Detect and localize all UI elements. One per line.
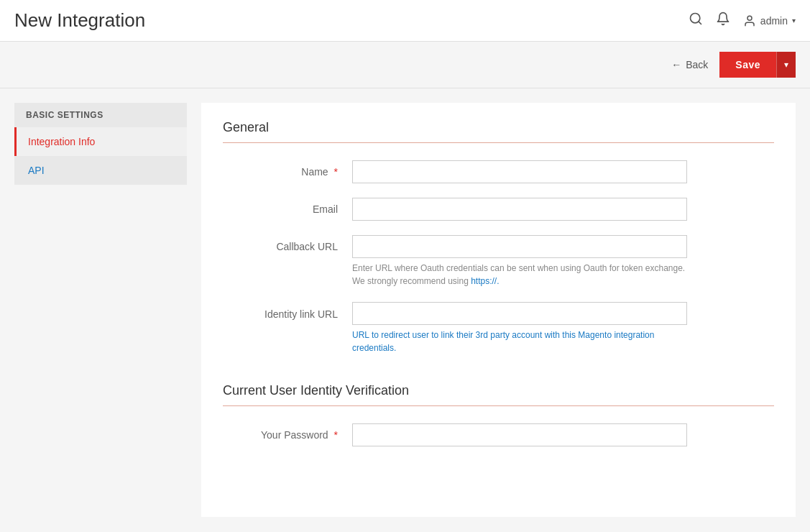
name-required-star: * [334,166,338,178]
sidebar-item-label: Integration Info [28,136,95,147]
back-label: Back [686,59,708,70]
sidebar: BASIC SETTINGS Integration Info API [14,103,187,517]
password-field-row: Your Password * [223,423,774,446]
bell-icon[interactable] [716,12,730,29]
content-area: General Name * Email Callback URL Enter … [201,103,796,517]
name-input[interactable] [352,160,687,183]
callback-url-field-row: Callback URL Enter URL where Oauth crede… [223,235,774,288]
toolbar: ← Back Save ▾ [0,42,810,88]
password-field [352,423,774,446]
callback-url-field: Enter URL where Oauth credentials can be… [352,235,774,288]
arrow-left-icon: ← [671,59,681,70]
https-link: https://. [471,276,499,286]
page-title: New Integration [14,9,145,32]
callback-url-input[interactable] [352,235,687,258]
identity-link-url-label: Identity link URL [223,302,352,322]
password-label: Your Password * [223,423,352,441]
password-input[interactable] [352,423,687,446]
identity-link-note-text: URL to redirect user to link their 3rd p… [352,330,654,353]
verification-section-title: Current User Identity Verification [223,383,774,406]
email-field-row: Email [223,198,774,221]
search-icon[interactable] [689,12,703,29]
main-content: BASIC SETTINGS Integration Info API Gene… [0,88,810,531]
admin-user[interactable]: admin ▾ [743,14,796,27]
user-icon [743,14,756,27]
password-required-star: * [334,429,338,441]
email-label: Email [223,198,352,215]
general-section-title: General [223,120,774,143]
sidebar-item-label: API [28,165,45,176]
identity-link-url-input[interactable] [352,302,687,325]
callback-url-label: Callback URL [223,235,352,252]
chevron-down-icon: ▾ [792,17,796,24]
save-dropdown-button[interactable]: ▾ [776,52,796,78]
identity-link-url-field: URL to redirect user to link their 3rd p… [352,302,774,354]
svg-line-1 [699,22,701,24]
save-button-group: Save ▾ [719,52,796,78]
header-actions: admin ▾ [689,12,796,29]
sidebar-section-title: BASIC SETTINGS [14,103,187,127]
top-header: New Integration admin ▾ [0,0,810,42]
email-field [352,198,774,221]
identity-link-url-field-row: Identity link URL URL to redirect user t… [223,302,774,354]
name-field [352,160,774,183]
save-button[interactable]: Save [719,52,776,78]
sidebar-item-integration-info[interactable]: Integration Info [14,127,187,156]
verification-section: Current User Identity Verification Your … [223,383,774,446]
email-input[interactable] [352,198,687,221]
identity-link-url-note: URL to redirect user to link their 3rd p… [352,329,687,354]
chevron-down-icon: ▾ [784,60,788,70]
name-label: Name * [223,160,352,178]
back-button[interactable]: ← Back [671,59,708,70]
admin-label: admin [760,15,788,27]
sidebar-item-api[interactable]: API [14,156,187,185]
callback-url-note: Enter URL where Oauth credentials can be… [352,262,687,288]
name-field-row: Name * [223,160,774,183]
svg-point-2 [747,16,752,20]
